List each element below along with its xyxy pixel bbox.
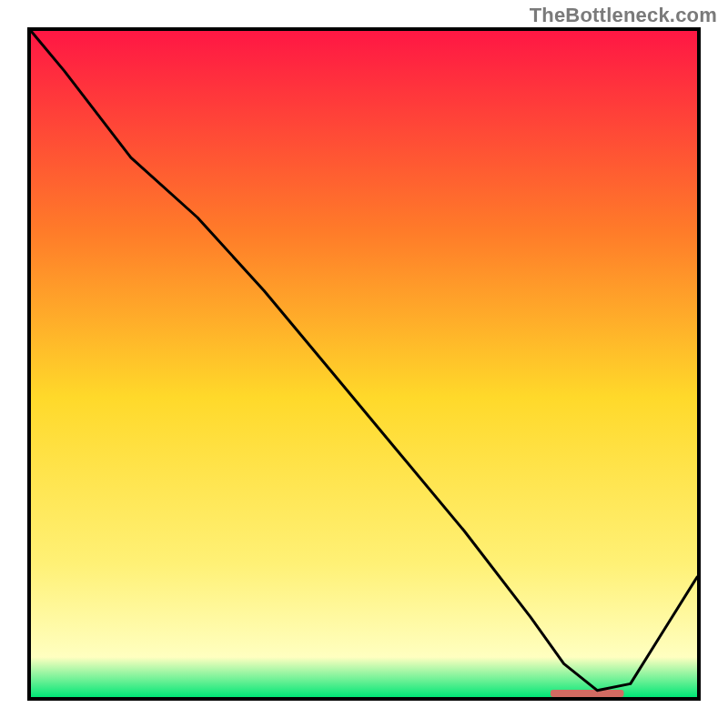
- chart-container: TheBottleneck.com: [0, 0, 728, 728]
- bottleneck-chart: [27, 27, 701, 701]
- gradient-background: [31, 31, 697, 697]
- watermark-text: TheBottleneck.com: [530, 4, 717, 27]
- optimal-range-marker: [551, 690, 624, 697]
- plot-area: [27, 27, 701, 701]
